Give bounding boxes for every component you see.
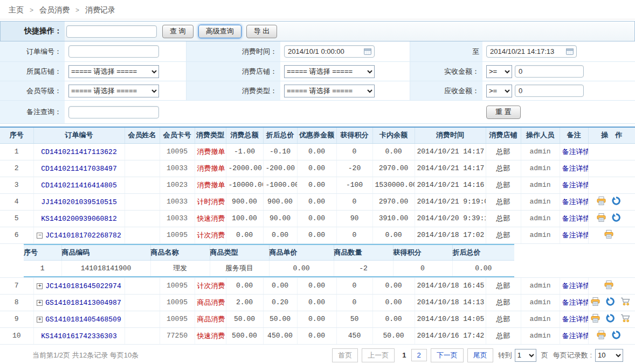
- operator-cell: admin: [521, 143, 560, 160]
- expand-icon[interactable]: +: [37, 317, 43, 323]
- coupon-amount-cell: 0.00: [297, 277, 336, 294]
- undo-icon[interactable]: [606, 314, 615, 324]
- calendar-icon[interactable]: [364, 48, 371, 57]
- consume-store-select[interactable]: ===== 请选择 =====: [284, 65, 375, 78]
- undo-icon[interactable]: [612, 213, 620, 223]
- table-row: 6−JC141018170226878210095计次消费0.000.000.0…: [0, 227, 635, 243]
- collapse-icon[interactable]: −: [37, 233, 43, 239]
- records-body: 1CD141021141711362210095消费撤单-1.00-0.100.…: [0, 143, 635, 344]
- operations-cell: [588, 294, 635, 311]
- order-link[interactable]: JJ1410201039510515: [41, 198, 116, 206]
- order-no-cell: +GS1410181405468509: [33, 311, 125, 327]
- quick-operations-fields: 查 询 高级查询 导 出: [65, 22, 634, 41]
- order-link[interactable]: CD1410211417113622: [41, 148, 116, 156]
- discounted-amount-cell: -200.00: [263, 160, 297, 177]
- order-link[interactable]: CD1410211417038497: [41, 165, 116, 173]
- consume-time-start-input[interactable]: [284, 45, 375, 58]
- print-icon[interactable]: [597, 197, 606, 207]
- quick-search-input[interactable]: [66, 25, 157, 38]
- note-detail-link[interactable]: 备注详情: [562, 298, 589, 306]
- note-detail-link[interactable]: 备注详情: [562, 214, 589, 222]
- per-page-select[interactable]: 10: [595, 349, 623, 362]
- operator-cell: admin: [521, 227, 560, 243]
- points-cell: 0: [336, 143, 372, 160]
- note-detail-link[interactable]: 备注详情: [562, 148, 589, 156]
- cart-icon[interactable]: [620, 314, 630, 324]
- order-no-cell: KS1410200939060812: [33, 210, 125, 227]
- table-row: 5KS141020093906081210033快速消费100.0090.000…: [0, 210, 635, 227]
- note-detail-link[interactable]: 备注详情: [562, 198, 589, 206]
- expand-icon[interactable]: +: [37, 283, 43, 289]
- print-icon[interactable]: [604, 281, 613, 291]
- advanced-query-button[interactable]: 高级查询: [198, 25, 241, 38]
- receivable-amount-operator-select[interactable]: >=: [486, 85, 512, 97]
- consume-type-label: 消费类型：: [186, 81, 280, 100]
- note-detail-link[interactable]: 备注详情: [562, 164, 589, 172]
- note-query-input[interactable]: [68, 106, 159, 118]
- total-amount-cell: 0.00: [226, 277, 263, 294]
- received-amount-operator-select[interactable]: >=: [486, 65, 512, 78]
- note-detail-link[interactable]: 备注详情: [562, 332, 589, 340]
- page-2-button[interactable]: 2: [411, 349, 427, 361]
- records-table: 序号订单编号会员姓名会员卡号消费类型消费总额折后总价优惠券金额获得积分卡内余额消…: [0, 127, 635, 345]
- undo-icon[interactable]: [606, 297, 615, 307]
- undo-icon[interactable]: [612, 197, 620, 207]
- calendar-icon[interactable]: [566, 48, 574, 57]
- operations-cell: [588, 143, 635, 160]
- order-link[interactable]: GS1410181413004987: [45, 299, 121, 307]
- reset-button[interactable]: 重 置: [486, 106, 521, 119]
- breadcrumb-item[interactable]: 消费记录: [85, 5, 115, 14]
- coupon-amount-cell: 0.00: [297, 143, 336, 160]
- note-detail-link[interactable]: 备注详情: [562, 315, 589, 323]
- order-link[interactable]: GS1410181405468509: [45, 316, 121, 324]
- card-no-cell: 77250: [160, 327, 195, 344]
- expand-icon[interactable]: +: [37, 300, 43, 306]
- note-detail-link[interactable]: 备注详情: [562, 282, 589, 290]
- operator-cell: admin: [521, 311, 560, 327]
- order-link[interactable]: CD1410211416414805: [41, 181, 116, 190]
- own-store-select[interactable]: ===== 请选择 =====: [68, 65, 159, 78]
- order-no-input[interactable]: [68, 45, 159, 58]
- print-icon[interactable]: [591, 297, 600, 307]
- undo-icon[interactable]: [612, 331, 620, 341]
- note-detail-link[interactable]: 备注详情: [562, 181, 589, 189]
- first-page-button[interactable]: 首页: [332, 348, 358, 362]
- breadcrumb-item[interactable]: 会员消费: [39, 5, 70, 14]
- print-icon[interactable]: [597, 331, 606, 341]
- discounted-amount-cell: 900.00: [263, 193, 297, 210]
- consume-time-end-input[interactable]: [486, 45, 577, 58]
- consume-time-cell: 2014/10/21 14:17:03: [415, 160, 486, 177]
- received-amount-input[interactable]: [515, 65, 584, 78]
- member-level-select[interactable]: ===== 请选择 =====: [68, 85, 159, 97]
- row-index: 6: [0, 227, 33, 243]
- total-amount-cell: 0.00: [226, 227, 263, 243]
- receivable-amount-input[interactable]: [515, 85, 584, 97]
- order-link[interactable]: KS1410200939060812: [41, 215, 116, 223]
- total-amount-cell: -2000.00: [226, 160, 263, 177]
- row-index: 2: [0, 160, 33, 177]
- print-icon[interactable]: [591, 314, 600, 324]
- discounted-amount-cell: -0.10: [263, 143, 297, 160]
- row-index: 10: [0, 327, 33, 344]
- member-name-cell: [125, 294, 160, 311]
- query-button[interactable]: 查 询: [162, 25, 194, 38]
- consume-time-cell: 2014/10/18 17:02:26: [415, 227, 486, 243]
- goto-page-select[interactable]: 1: [515, 349, 536, 362]
- operator-cell: admin: [521, 327, 560, 344]
- order-link[interactable]: JC1410181702268782: [45, 232, 121, 240]
- last-page-button[interactable]: 尾页: [467, 348, 493, 362]
- breadcrumb-item[interactable]: 主页: [9, 5, 24, 14]
- operator-cell: admin: [521, 177, 560, 193]
- print-icon[interactable]: [604, 230, 613, 240]
- consume-type-select[interactable]: ===== 请选择 =====: [284, 85, 375, 97]
- cart-icon[interactable]: [620, 297, 630, 307]
- export-button[interactable]: 导 出: [246, 25, 278, 38]
- next-page-button[interactable]: 下一页: [431, 348, 464, 362]
- order-no-cell: −JC1410181702268782: [33, 227, 125, 243]
- order-link[interactable]: KS1410161742336303: [41, 332, 116, 340]
- order-link[interactable]: JC1410181645022974: [45, 282, 121, 290]
- note-detail-link[interactable]: 备注详情: [562, 231, 589, 239]
- prev-page-button[interactable]: 上一页: [362, 348, 395, 362]
- print-icon[interactable]: [597, 213, 606, 223]
- store-cell: 总部: [486, 177, 521, 193]
